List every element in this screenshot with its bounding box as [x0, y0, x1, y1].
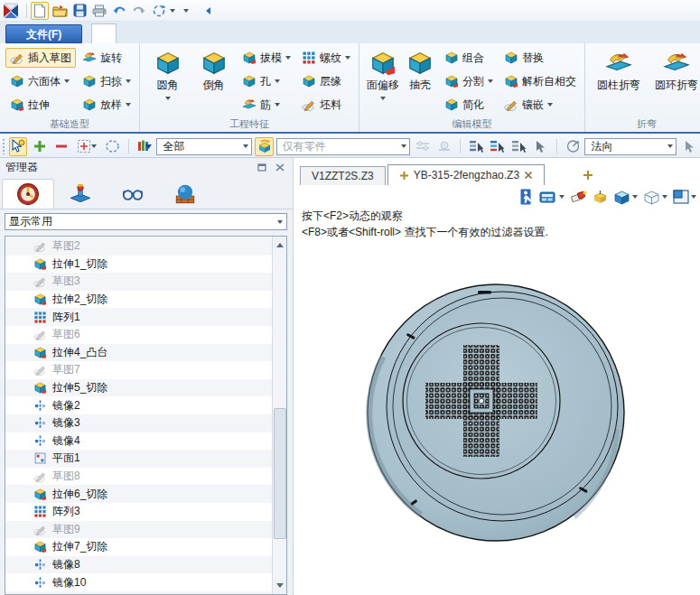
ribbon-tab[interactable] [140, 23, 163, 43]
redo-button[interactable] [130, 2, 148, 20]
filter-option-button-1[interactable] [413, 137, 432, 156]
tab-assembly-manager[interactable] [54, 179, 107, 209]
chevron-down-icon[interactable] [488, 79, 493, 86]
pick-last-button[interactable] [489, 137, 508, 156]
chevron-down-icon[interactable] [165, 97, 171, 103]
tree-item[interactable]: 拉伸6_切除 [5, 485, 272, 503]
rib-button[interactable]: 筋 [238, 95, 295, 115]
toolbar-grip[interactable] [2, 138, 6, 154]
model-3d-part[interactable] [294, 158, 700, 595]
ribbon-tab[interactable] [375, 23, 398, 43]
open-file-button[interactable] [51, 2, 69, 20]
sweep-button[interactable]: 扫掠 [78, 71, 135, 91]
chevron-down-icon[interactable] [380, 97, 386, 103]
ribbon-tab[interactable] [281, 23, 304, 43]
tree-item[interactable]: 拉伸4_凸台 [5, 344, 272, 362]
emboss-button[interactable]: 镶嵌 [499, 95, 581, 115]
tree-item[interactable]: 阵列3 [5, 503, 272, 521]
tree-view-filter-combobox[interactable]: 显示常用 [5, 213, 287, 230]
lasso-select-button[interactable] [103, 137, 122, 156]
chevron-down-icon[interactable] [275, 103, 280, 109]
tab-history-manager[interactable] [2, 179, 54, 209]
tree-item[interactable]: 拉伸2_切除 [5, 291, 272, 309]
chevron-down-icon[interactable] [547, 103, 553, 109]
pick-mode-button[interactable] [9, 137, 28, 156]
filter-option-button-2[interactable] [434, 137, 453, 156]
view-rotate-button[interactable] [150, 2, 168, 20]
stock-button[interactable]: 坯料 [297, 95, 355, 115]
ribbon-tab[interactable] [304, 23, 328, 43]
cylindrical-bend-button[interactable]: 圆柱折弯 [591, 46, 647, 119]
entity-filter-combobox[interactable]: 全部 [156, 138, 252, 155]
tree-item[interactable]: 拉伸7_切除 [5, 538, 272, 556]
tree-item[interactable]: 镜像2 [5, 396, 272, 414]
undo-button[interactable] [110, 2, 128, 20]
ribbon-tab[interactable] [328, 23, 351, 43]
heal-self-intersection-button[interactable]: 解析自相交 [499, 71, 581, 91]
tree-item[interactable]: 镜像3 [5, 414, 272, 432]
tree-item[interactable]: 草图2 [5, 237, 272, 256]
replace-button[interactable]: 替换 [499, 48, 581, 68]
ribbon-tab[interactable] [210, 23, 234, 43]
add-to-selection-button[interactable] [30, 137, 49, 156]
extrude-button[interactable]: 拉伸 [5, 95, 76, 115]
file-menu-tab[interactable]: 文件(F) [5, 24, 82, 43]
new-file-button[interactable] [31, 2, 49, 20]
tree-item[interactable]: 拉伸5_切除 [5, 379, 272, 397]
ribbon-tab[interactable] [117, 23, 140, 43]
scrollbar-thumb[interactable] [274, 408, 286, 539]
ribbon-tab[interactable] [234, 23, 257, 43]
tree-item[interactable]: 平面1 [5, 450, 272, 468]
fillet-button[interactable]: 圆角 [145, 46, 190, 119]
toroidal-bend-button[interactable]: 圆环折弯 [649, 46, 700, 119]
rotate-dropdown-arrow[interactable] [170, 9, 175, 15]
print-button[interactable] [90, 2, 108, 20]
pick-scope-combobox[interactable]: 仅有零件 [276, 138, 411, 155]
chevron-down-icon[interactable] [345, 56, 350, 62]
ribbon-tab[interactable] [163, 23, 187, 43]
qat-customize-button[interactable] [177, 2, 195, 20]
chevron-down-icon[interactable] [126, 103, 131, 109]
direction-mode-button[interactable] [564, 137, 583, 156]
pointer-tool-button[interactable] [679, 137, 698, 156]
revolve-button[interactable]: 旋转 [78, 48, 135, 68]
scroll-down-button[interactable] [274, 581, 286, 594]
chamfer-button[interactable]: 倒角 [191, 46, 236, 119]
tree-item[interactable]: 草图9 [5, 521, 272, 539]
ribbon-tab[interactable] [351, 23, 375, 43]
selection-filter-button[interactable] [135, 137, 154, 156]
ribbon-tab[interactable] [187, 23, 210, 43]
float-panel-button[interactable] [255, 162, 269, 174]
cursor-select-button[interactable] [531, 137, 550, 156]
pick-from-list-button[interactable] [467, 137, 486, 156]
tree-item[interactable]: 草图7 [5, 361, 272, 379]
tree-item[interactable]: 镜像11 [5, 591, 272, 595]
tab-rendering-manager[interactable] [159, 179, 211, 209]
tree-item[interactable]: 镜像10 [5, 573, 272, 591]
normal-combobox[interactable]: 法向 [584, 138, 677, 155]
tree-item[interactable]: 镜像8 [5, 556, 272, 574]
chevron-down-icon[interactable] [126, 79, 131, 86]
save-button[interactable] [70, 2, 89, 20]
insert-sketch-button[interactable]: 插入草图 [5, 48, 76, 68]
tree-item[interactable]: 草图6 [5, 326, 272, 344]
combine-button[interactable]: 组合 [440, 48, 498, 68]
thread-button[interactable]: 螺纹 [297, 48, 355, 68]
chevron-down-icon[interactable] [91, 144, 97, 151]
simplify-button[interactable]: 简化 [440, 95, 498, 115]
close-panel-button[interactable] [273, 162, 287, 174]
chevron-down-icon[interactable] [275, 79, 280, 86]
pick-all-button[interactable] [509, 137, 528, 156]
tab-visual-manager[interactable] [107, 179, 159, 209]
viewport[interactable]: V1ZZT2S.Z3 YB-315-2fengzhao.Z3 [294, 158, 700, 595]
hole-button[interactable]: 孔 [238, 71, 295, 91]
box-button[interactable]: 六面体 [5, 71, 76, 91]
collapse-toolbar-button[interactable] [197, 2, 215, 20]
draft-button[interactable]: 拔模 [238, 48, 295, 68]
split-button[interactable]: 分割 [440, 71, 498, 91]
ribbon-tab[interactable] [257, 23, 281, 43]
ribbon-tab[interactable] [91, 23, 117, 43]
tree-item[interactable]: 草图8 [5, 468, 272, 486]
chevron-down-icon[interactable] [64, 79, 70, 86]
window-select-button[interactable] [73, 137, 100, 156]
